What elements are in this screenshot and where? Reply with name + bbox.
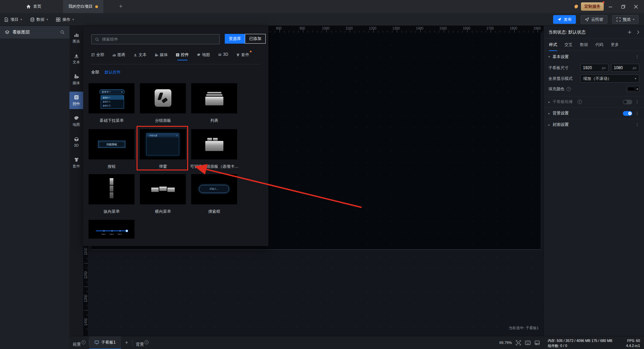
rail-item-charts[interactable]: 图表 [69, 29, 83, 47]
cloud-hosting-label: 云托管 [591, 17, 603, 22]
added-button[interactable]: 已添加 [245, 34, 266, 44]
component-category-rail: 图表 文本 媒体 控件 地图 3D 套件 [69, 26, 83, 336]
background-layer-button[interactable]: 背景 + [132, 342, 152, 347]
ruler-label: 1400 [84, 317, 88, 327]
width-input[interactable]: 1920 px [580, 64, 608, 72]
annotation-highlight-box [137, 126, 188, 170]
component-search-input[interactable]: 搜索组件 [91, 34, 220, 44]
height-input[interactable]: 1080 px [611, 64, 639, 72]
group-panel-preview [155, 89, 171, 107]
fill-color-picker[interactable]: ▾ [627, 86, 639, 92]
component-card-tab-panel[interactable] [191, 129, 237, 159]
search-icon[interactable] [60, 30, 65, 35]
section-cover[interactable]: ▸ 封面设置 ⋮ [544, 119, 644, 130]
ruler-label: 1500 [439, 27, 447, 30]
search-icon [95, 37, 99, 42]
section-carousel[interactable]: ▸ 子看板轮播 ? ⋮ [544, 96, 644, 107]
background-label: 背景 [136, 342, 144, 347]
ruler-label: 1200 [84, 270, 88, 280]
selection-value: 子看板1 [526, 326, 539, 330]
add-state-icon[interactable] [627, 30, 632, 35]
menu-project[interactable]: 项目 ▾ [0, 13, 26, 26]
brush-icon [74, 53, 79, 58]
component-card-group-panel[interactable] [140, 83, 186, 113]
close-icon[interactable] [634, 5, 638, 9]
component-card-vertical-menu[interactable] [89, 174, 135, 204]
tab-more[interactable]: 更多 [611, 39, 619, 51]
toolbar: 项目 ▾ 数据 ▾ 操作 ▾ [0, 13, 644, 26]
tab-style[interactable]: 样式 [549, 39, 557, 51]
new-tab-button[interactable]: + [116, 0, 126, 13]
rail-item-media[interactable]: 媒体 [69, 71, 83, 88]
restore-icon[interactable] [621, 5, 625, 9]
tab-all[interactable]: 全部 [91, 50, 104, 60]
rail-item-text[interactable]: 文本 [69, 50, 83, 67]
minimize-icon[interactable] [608, 5, 612, 9]
tab-label: 媒体 [160, 52, 168, 58]
publish-button[interactable]: 发布 [553, 15, 576, 24]
add-subdashboard-button[interactable]: + [121, 340, 132, 346]
kebab-menu-icon[interactable]: ⋮ [635, 123, 639, 127]
caret-right-icon: ▸ [548, 112, 550, 115]
tab-interaction[interactable]: 交互 [565, 39, 573, 51]
size-label: 子看板尺寸 [548, 65, 569, 71]
component-card-list[interactable] [191, 83, 237, 113]
filter-all[interactable]: 全部 [91, 69, 99, 75]
preview-button[interactable]: 预览 ▾ [612, 15, 639, 24]
tab-map[interactable]: 地图 [197, 50, 210, 60]
carousel-toggle[interactable] [623, 100, 632, 104]
tab-label: 套件 [241, 52, 249, 58]
add-circle-icon[interactable]: + [145, 340, 149, 344]
home-icon [26, 4, 31, 9]
tab-label: 控件 [181, 52, 189, 58]
resource-library-button[interactable]: 资源库 [225, 34, 245, 44]
preview-label: 预览 [623, 17, 631, 22]
rail-item-kits[interactable]: 套件 [69, 154, 83, 171]
component-card-dropdown[interactable]: 选项卡一▾ 选项卡一 选项卡二 选项卡三 [89, 83, 135, 113]
tab-code[interactable]: 代码 [595, 39, 603, 51]
home-button[interactable]: 首页 [21, 0, 46, 13]
display-mode-select[interactable]: 缩放（不滚动） ▾ [580, 74, 639, 83]
filter-default-widgets[interactable]: 默认控件 [105, 69, 121, 75]
background-toggle[interactable]: 1 [623, 111, 632, 116]
rail-item-widgets[interactable]: 控件 [69, 92, 83, 109]
ruler-label: 1300 [84, 294, 88, 304]
kebab-menu-icon[interactable]: ⋮ [635, 55, 639, 59]
list-preview [207, 92, 221, 94]
fit-screen-icon[interactable] [516, 340, 521, 345]
tab-charts[interactable]: 图表 [112, 50, 125, 60]
horizontal-menu-preview [151, 188, 159, 192]
tab-data[interactable]: 数据 [580, 39, 588, 51]
cloud-hosting-button[interactable]: 云托管 [581, 15, 607, 24]
caret-right-icon: ▸ [548, 100, 550, 104]
component-card-horizontal-menu[interactable] [140, 174, 186, 204]
tab-kits[interactable]: 套件 [236, 50, 249, 60]
menu-data[interactable]: 数据 ▾ [26, 13, 52, 26]
database-icon [30, 17, 35, 22]
tab-text[interactable]: 文本 [133, 50, 147, 60]
subdashboard-tab[interactable]: 子看板1 [89, 336, 121, 349]
component-card-search-box[interactable]: 请输入... [191, 174, 237, 204]
inspector-header: 当前状态: 默认状态 [544, 26, 644, 39]
keyboard-icon[interactable] [525, 341, 531, 345]
foreground-layer-button[interactable]: 前景 + [69, 342, 89, 347]
add-circle-icon[interactable]: + [82, 340, 86, 344]
rail-item-3d[interactable]: 3D [69, 133, 83, 151]
rail-item-map[interactable]: 地图 [69, 112, 83, 130]
section-basic-settings[interactable]: ▾ 基本设置 ⋮ [544, 51, 644, 62]
kebab-menu-icon[interactable]: ⋮ [635, 111, 639, 115]
project-tab[interactable]: 我的空白项目 [63, 0, 103, 13]
console-panel-icon[interactable] [535, 341, 540, 345]
tab-3d[interactable]: 3D [218, 50, 228, 60]
menu-action[interactable]: 操作 ▾ [52, 13, 78, 26]
custom-service[interactable]: 定制服务 [574, 2, 604, 11]
row-display-mode: 全屏显示模式 缩放（不滚动） ▾ [544, 73, 644, 84]
kebab-menu-icon[interactable]: ⋮ [635, 100, 639, 104]
rail-label: 套件 [73, 164, 80, 169]
component-card-button[interactable]: 功能按钮 [89, 129, 135, 159]
section-background[interactable]: ▸ 背景设置 1 ⋮ [544, 107, 644, 119]
component-card-timeline[interactable]: Tab1 Tab2 Tab3 [89, 220, 135, 239]
chevron-right-icon[interactable] [637, 30, 639, 34]
tab-media[interactable]: 媒体 [155, 50, 168, 60]
tab-widgets[interactable]: 控件 [176, 50, 189, 60]
